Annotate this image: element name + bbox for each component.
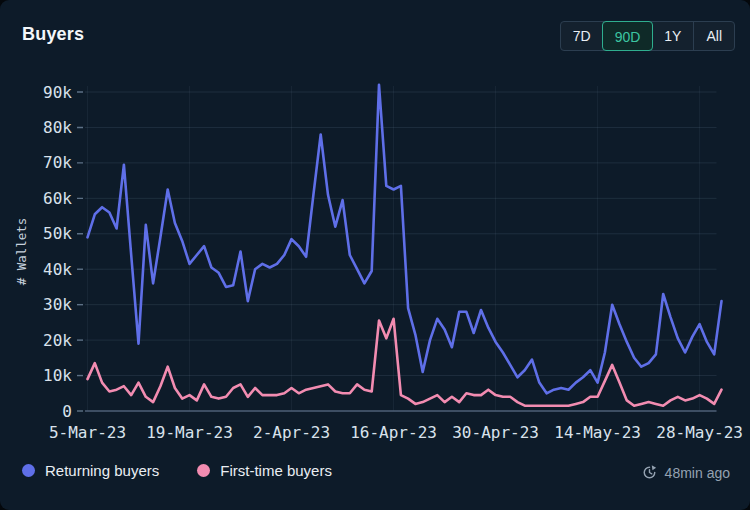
legend-item-returning-buyers[interactable]: Returning buyers xyxy=(22,462,159,479)
time-range-90d-button[interactable]: 90D xyxy=(602,21,654,51)
returning-buyers-dot-icon xyxy=(22,464,35,477)
legend-item-first-time-buyers[interactable]: First-time buyers xyxy=(197,462,332,479)
y-tick-label: 40k xyxy=(43,260,72,279)
time-range-all-button[interactable]: All xyxy=(693,22,734,50)
y-tick-label: 90k xyxy=(43,83,72,102)
x-tick-label: 5-Mar-23 xyxy=(49,423,126,442)
y-tick-label: 10k xyxy=(43,366,72,385)
y-tick-label: 0 xyxy=(62,402,72,421)
y-tick-label: 70k xyxy=(43,153,72,172)
y-tick-label: 30k xyxy=(43,295,72,314)
y-tick-label: 50k xyxy=(43,224,72,243)
last-updated-badge: 48min ago xyxy=(641,464,730,481)
first-time-buyers-dot-icon xyxy=(197,464,210,477)
page-title: Buyers xyxy=(22,24,84,45)
y-tick-label: 80k xyxy=(43,118,72,137)
refresh-clock-icon[interactable] xyxy=(641,464,658,481)
buyers-line-chart[interactable]: 010k20k30k40k50k60k70k80k90k5-Mar-2319-M… xyxy=(0,58,750,453)
y-tick-label: 20k xyxy=(43,331,72,350)
first-time-buyers-line[interactable] xyxy=(88,319,722,406)
x-tick-label: 28-May-23 xyxy=(656,423,743,442)
y-tick-label: 60k xyxy=(43,189,72,208)
chart-area[interactable]: 010k20k30k40k50k60k70k80k90k5-Mar-2319-M… xyxy=(0,58,750,453)
x-tick-label: 30-Apr-23 xyxy=(452,423,539,442)
last-updated-text: 48min ago xyxy=(665,465,730,481)
x-tick-label: 14-May-23 xyxy=(554,423,641,442)
x-tick-label: 16-Apr-23 xyxy=(350,423,437,442)
x-tick-label: 2-Apr-23 xyxy=(253,423,330,442)
chart-legend: Returning buyers First-time buyers xyxy=(22,462,332,479)
x-tick-label: 19-Mar-23 xyxy=(146,423,233,442)
time-range-7d-button[interactable]: 7D xyxy=(561,22,603,50)
buyers-panel: Buyers 7D 90D 1Y All 010k20k30k40k50k60k… xyxy=(0,0,750,510)
time-range-1y-button[interactable]: 1Y xyxy=(652,22,693,50)
legend-label: First-time buyers xyxy=(220,462,332,479)
time-range-selector: 7D 90D 1Y All xyxy=(560,21,735,51)
y-axis-title: # Wallets xyxy=(14,218,29,286)
legend-label: Returning buyers xyxy=(45,462,159,479)
returning-buyers-line[interactable] xyxy=(88,85,722,393)
